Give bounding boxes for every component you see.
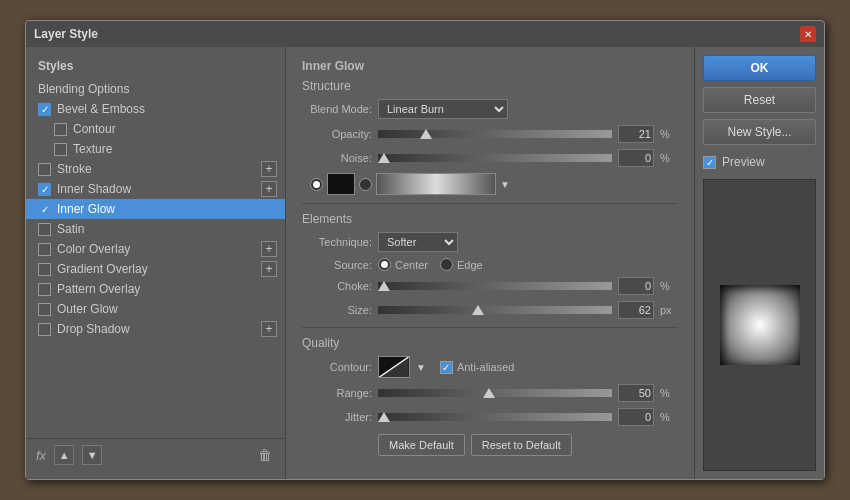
range-unit: % <box>660 387 678 399</box>
choke-slider[interactable] <box>378 282 612 290</box>
size-row: Size: px <box>302 301 678 319</box>
sidebar-item-bevel-emboss[interactable]: ✓ Bevel & Emboss <box>26 99 285 119</box>
drop-shadow-checkbox[interactable] <box>38 323 51 336</box>
sidebar-item-gradient-overlay[interactable]: Gradient Overlay + <box>26 259 285 279</box>
right-panel: OK Reset New Style... ✓ Preview <box>694 47 824 479</box>
sidebar-item-drop-shadow[interactable]: Drop Shadow + <box>26 319 285 339</box>
opacity-input[interactable] <box>618 125 654 143</box>
jitter-input[interactable] <box>618 408 654 426</box>
range-thumb[interactable] <box>483 388 495 398</box>
close-button[interactable]: ✕ <box>800 26 816 42</box>
source-row: Source: Center Edge <box>302 258 678 271</box>
contour-dropdown-arrow[interactable]: ▼ <box>416 362 426 373</box>
preview-thumbnail <box>720 285 800 365</box>
inner-shadow-checkbox[interactable]: ✓ <box>38 183 51 196</box>
source-edge-option[interactable]: Edge <box>440 258 483 271</box>
texture-checkbox[interactable] <box>54 143 67 156</box>
left-panel: Styles Blending Options ✓ Bevel & Emboss… <box>26 47 286 479</box>
sidebar-item-satin[interactable]: Satin <box>26 219 285 239</box>
choke-thumb[interactable] <box>378 281 390 291</box>
jitter-unit: % <box>660 411 678 423</box>
delete-button[interactable]: 🗑 <box>255 445 275 465</box>
action-buttons-row: Make Default Reset to Default <box>378 434 678 456</box>
opacity-thumb[interactable] <box>420 129 432 139</box>
preview-label: Preview <box>722 155 765 169</box>
anti-alias-checkbox[interactable]: ✓ <box>440 361 453 374</box>
main-section-title: Inner Glow <box>302 59 678 73</box>
gradient-radio[interactable] <box>359 178 372 191</box>
color-swatch-row: ▼ <box>310 173 678 195</box>
new-style-button[interactable]: New Style... <box>703 119 816 145</box>
make-default-button[interactable]: Make Default <box>378 434 465 456</box>
sidebar-item-inner-glow[interactable]: ✓ Inner Glow <box>26 199 285 219</box>
contour-label: Contour: <box>302 361 372 373</box>
technique-select[interactable]: Softer Precise <box>378 232 458 252</box>
gradient-overlay-plus-button[interactable]: + <box>261 261 277 277</box>
opacity-row: Opacity: % <box>302 125 678 143</box>
drop-shadow-plus-button[interactable]: + <box>261 321 277 337</box>
jitter-thumb[interactable] <box>378 412 390 422</box>
range-slider[interactable] <box>378 389 612 397</box>
jitter-slider[interactable] <box>378 413 612 421</box>
sidebar-item-color-overlay[interactable]: Color Overlay + <box>26 239 285 259</box>
structure-title: Structure <box>302 79 678 93</box>
sidebar-item-inner-shadow[interactable]: ✓ Inner Shadow + <box>26 179 285 199</box>
sidebar-item-texture[interactable]: Texture <box>26 139 285 159</box>
gradient-overlay-checkbox[interactable] <box>38 263 51 276</box>
noise-row: Noise: % <box>302 149 678 167</box>
color-overlay-plus-button[interactable]: + <box>261 241 277 257</box>
size-thumb[interactable] <box>472 305 484 315</box>
noise-input[interactable] <box>618 149 654 167</box>
technique-row: Technique: Softer Precise <box>302 232 678 252</box>
sidebar-item-stroke[interactable]: Stroke + <box>26 159 285 179</box>
choke-label: Choke: <box>302 280 372 292</box>
stroke-checkbox[interactable] <box>38 163 51 176</box>
sidebar-item-blending-options[interactable]: Blending Options <box>26 79 285 99</box>
noise-thumb[interactable] <box>378 153 390 163</box>
blend-mode-select[interactable]: Linear Burn Normal Multiply Screen <box>378 99 508 119</box>
source-center-option[interactable]: Center <box>378 258 428 271</box>
noise-slider[interactable] <box>378 154 612 162</box>
sidebar-item-outer-glow[interactable]: Outer Glow <box>26 299 285 319</box>
bevel-emboss-checkbox[interactable]: ✓ <box>38 103 51 116</box>
gradient-swatch[interactable] <box>376 173 496 195</box>
dialog-body: Styles Blending Options ✓ Bevel & Emboss… <box>26 47 824 479</box>
range-input[interactable] <box>618 384 654 402</box>
layer-style-dialog: Layer Style ✕ Styles Blending Options ✓ … <box>25 20 825 480</box>
inner-glow-checkbox[interactable]: ✓ <box>38 203 51 216</box>
size-input[interactable] <box>618 301 654 319</box>
satin-checkbox[interactable] <box>38 223 51 236</box>
up-button[interactable]: ▲ <box>54 445 74 465</box>
opacity-slider[interactable] <box>378 130 612 138</box>
reset-button[interactable]: Reset <box>703 87 816 113</box>
source-center-radio[interactable] <box>378 258 391 271</box>
stroke-plus-button[interactable]: + <box>261 161 277 177</box>
choke-input[interactable] <box>618 277 654 295</box>
pattern-overlay-checkbox[interactable] <box>38 283 51 296</box>
reset-to-default-button[interactable]: Reset to Default <box>471 434 572 456</box>
color-swatch-black[interactable] <box>327 173 355 195</box>
source-edge-radio[interactable] <box>440 258 453 271</box>
preview-box <box>703 179 816 471</box>
sidebar-item-contour[interactable]: Contour <box>26 119 285 139</box>
color-radio[interactable] <box>310 178 323 191</box>
ok-button[interactable]: OK <box>703 55 816 81</box>
title-bar: Layer Style ✕ <box>26 21 824 47</box>
size-slider[interactable] <box>378 306 612 314</box>
preview-checkbox[interactable]: ✓ <box>703 156 716 169</box>
choke-unit: % <box>660 280 678 292</box>
outer-glow-checkbox[interactable] <box>38 303 51 316</box>
jitter-row: Jitter: % <box>302 408 678 426</box>
quality-title: Quality <box>302 336 678 350</box>
divider-2 <box>302 327 678 328</box>
color-overlay-checkbox[interactable] <box>38 243 51 256</box>
sidebar-item-pattern-overlay[interactable]: Pattern Overlay <box>26 279 285 299</box>
gradient-dropdown-arrow[interactable]: ▼ <box>500 179 510 190</box>
jitter-label: Jitter: <box>302 411 372 423</box>
fx-icon[interactable]: fx <box>36 448 46 463</box>
contour-checkbox[interactable] <box>54 123 67 136</box>
inner-shadow-plus-button[interactable]: + <box>261 181 277 197</box>
contour-preview[interactable] <box>378 356 410 378</box>
divider-1 <box>302 203 678 204</box>
down-button[interactable]: ▼ <box>82 445 102 465</box>
